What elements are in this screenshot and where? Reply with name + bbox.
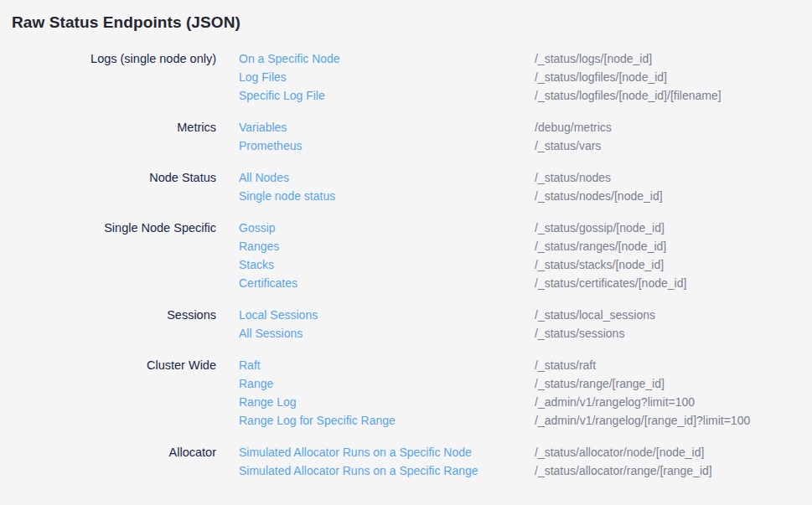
endpoint-path: /_status/nodes xyxy=(535,168,611,187)
section-label: Sessions xyxy=(12,306,216,324)
endpoint-row: Gossip/_status/gossip/[node_id] xyxy=(239,219,686,237)
endpoint-link[interactable]: Range xyxy=(239,374,535,393)
endpoint-row: Stacks/_status/stacks/[node_id] xyxy=(239,255,686,274)
section-rows: Variables/debug/metricsPrometheus/_statu… xyxy=(239,118,612,155)
endpoint-link[interactable]: Range Log xyxy=(239,393,535,411)
endpoint-row: Specific Log File/_status/logfiles/[node… xyxy=(239,86,721,105)
section-rows: Gossip/_status/gossip/[node_id]Ranges/_s… xyxy=(239,219,686,292)
endpoint-path: /_status/nodes/[node_id] xyxy=(535,187,663,205)
raw-status-endpoints-page: Raw Status Endpoints (JSON) Logs (single… xyxy=(0,0,812,480)
endpoint-link[interactable]: Certificates xyxy=(239,274,535,292)
endpoint-path: /_status/allocator/node/[node_id] xyxy=(535,443,704,461)
endpoint-link[interactable]: Stacks xyxy=(239,255,535,274)
endpoint-path: /_status/ranges/[node_id] xyxy=(535,237,666,255)
endpoint-link[interactable]: On a Specific Node xyxy=(239,49,535,68)
endpoint-row: Local Sessions/_status/local_sessions xyxy=(239,306,655,324)
endpoint-path: /_status/raft xyxy=(535,356,596,374)
endpoint-path: /_status/local_sessions xyxy=(535,306,655,324)
endpoint-section: AllocatorSimulated Allocator Runs on a S… xyxy=(12,443,800,480)
endpoint-path: /_status/stacks/[node_id] xyxy=(535,255,664,274)
endpoint-path: /_admin/v1/rangelog/[range_id]?limit=100 xyxy=(535,411,750,430)
endpoint-path: /_status/gossip/[node_id] xyxy=(535,219,665,237)
endpoint-link[interactable]: Simulated Allocator Runs on a Specific N… xyxy=(239,443,535,461)
endpoint-path: /_status/vars xyxy=(535,137,601,155)
endpoint-link[interactable]: Specific Log File xyxy=(239,86,535,105)
section-label: Node Status xyxy=(12,168,216,187)
section-rows: Raft/_status/raftRange/_status/range/[ra… xyxy=(239,356,750,430)
endpoint-row: Prometheus/_status/vars xyxy=(239,137,612,155)
endpoint-link[interactable]: Ranges xyxy=(239,237,535,255)
section-rows: All Nodes/_status/nodesSingle node statu… xyxy=(239,168,663,205)
endpoint-section: SessionsLocal Sessions/_status/local_ses… xyxy=(12,306,800,343)
endpoint-row: Range Log for Specific Range/_admin/v1/r… xyxy=(239,411,750,430)
endpoint-section: Logs (single node only)On a Specific Nod… xyxy=(12,49,800,105)
endpoint-row: Range/_status/range/[range_id] xyxy=(239,374,750,393)
endpoint-link[interactable]: Variables xyxy=(239,118,535,137)
endpoint-section: Single Node SpecificGossip/_status/gossi… xyxy=(12,219,800,292)
endpoint-section: Cluster WideRaft/_status/raftRange/_stat… xyxy=(12,356,800,430)
endpoint-row: All Nodes/_status/nodes xyxy=(239,168,663,187)
section-label: Metrics xyxy=(12,118,216,137)
endpoint-row: Ranges/_status/ranges/[node_id] xyxy=(239,237,686,255)
endpoint-path: /_status/range/[range_id] xyxy=(535,374,665,393)
endpoint-section: Node StatusAll Nodes/_status/nodesSingle… xyxy=(12,168,800,205)
section-rows: Simulated Allocator Runs on a Specific N… xyxy=(239,443,712,480)
endpoint-link[interactable]: Simulated Allocator Runs on a Specific R… xyxy=(239,461,535,480)
endpoint-path: /_status/allocator/range/[range_id] xyxy=(535,461,712,480)
endpoint-path: /_status/sessions xyxy=(535,324,624,343)
endpoint-link[interactable]: Single node status xyxy=(239,187,535,205)
endpoint-path: /_status/logfiles/[node_id]/[filename] xyxy=(535,86,721,105)
endpoint-path: /debug/metrics xyxy=(535,118,612,137)
endpoint-row: All Sessions/_status/sessions xyxy=(239,324,655,343)
endpoint-row: Variables/debug/metrics xyxy=(239,118,612,137)
section-label: Allocator xyxy=(12,443,216,461)
section-label: Logs (single node only) xyxy=(12,49,216,68)
endpoint-link[interactable]: All Nodes xyxy=(239,168,535,187)
endpoint-row: Simulated Allocator Runs on a Specific N… xyxy=(239,443,712,461)
section-rows: Local Sessions/_status/local_sessionsAll… xyxy=(239,306,655,343)
endpoint-path: /_status/certificates/[node_id] xyxy=(535,274,686,292)
endpoint-link[interactable]: Range Log for Specific Range xyxy=(239,411,535,430)
endpoint-link[interactable]: Gossip xyxy=(239,219,535,237)
endpoint-row: On a Specific Node/_status/logs/[node_id… xyxy=(239,49,721,68)
endpoints-table: Logs (single node only)On a Specific Nod… xyxy=(12,49,800,480)
section-label: Cluster Wide xyxy=(12,356,216,374)
endpoint-path: /_status/logfiles/[node_id] xyxy=(535,68,667,86)
endpoint-row: Log Files/_status/logfiles/[node_id] xyxy=(239,68,721,86)
endpoint-path: /_admin/v1/rangelog?limit=100 xyxy=(535,393,695,411)
endpoint-link[interactable]: Log Files xyxy=(239,68,535,86)
endpoint-row: Certificates/_status/certificates/[node_… xyxy=(239,274,686,292)
endpoint-row: Range Log/_admin/v1/rangelog?limit=100 xyxy=(239,393,750,411)
endpoint-link[interactable]: Raft xyxy=(239,356,535,374)
endpoint-row: Simulated Allocator Runs on a Specific R… xyxy=(239,461,712,480)
endpoint-link[interactable]: All Sessions xyxy=(239,324,535,343)
endpoint-row: Raft/_status/raft xyxy=(239,356,750,374)
endpoint-link[interactable]: Prometheus xyxy=(239,137,535,155)
section-rows: On a Specific Node/_status/logs/[node_id… xyxy=(239,49,721,105)
endpoint-path: /_status/logs/[node_id] xyxy=(535,49,652,68)
section-label: Single Node Specific xyxy=(12,219,216,237)
endpoint-link[interactable]: Local Sessions xyxy=(239,306,535,324)
page-title: Raw Status Endpoints (JSON) xyxy=(12,13,800,32)
endpoint-row: Single node status/_status/nodes/[node_i… xyxy=(239,187,663,205)
endpoint-section: MetricsVariables/debug/metricsPrometheus… xyxy=(12,118,800,155)
